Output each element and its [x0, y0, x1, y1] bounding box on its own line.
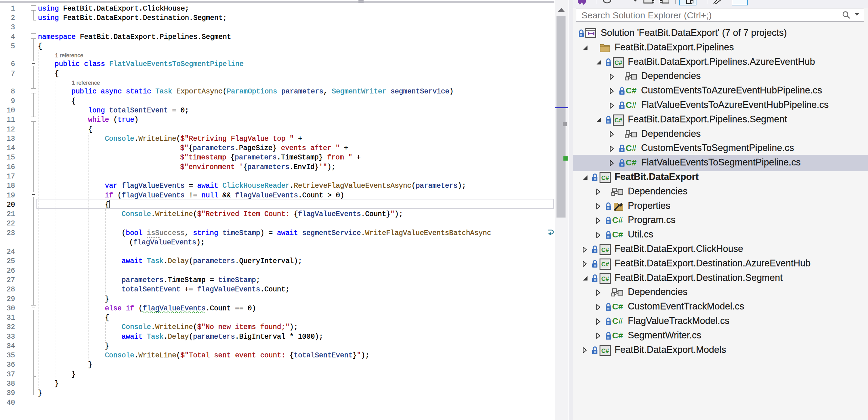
svg-text:C#: C#: [612, 216, 623, 225]
svg-text:C#: C#: [612, 303, 623, 311]
svg-text:C#: C#: [612, 231, 623, 239]
svg-text:C#: C#: [601, 247, 609, 253]
svg-text:C#: C#: [601, 174, 609, 181]
svg-text:C#: C#: [612, 317, 623, 326]
svg-text:C#: C#: [615, 117, 622, 123]
svg-text:C#: C#: [615, 59, 622, 66]
svg-text:C#: C#: [626, 144, 637, 153]
svg-text:C#: C#: [626, 159, 637, 167]
svg-text:C#: C#: [601, 261, 609, 267]
svg-text:C#: C#: [626, 101, 637, 110]
svg-text:C#: C#: [601, 275, 609, 282]
svg-text:C#: C#: [626, 87, 637, 95]
svg-text:C#: C#: [612, 332, 623, 340]
svg-text:C#: C#: [601, 347, 609, 354]
